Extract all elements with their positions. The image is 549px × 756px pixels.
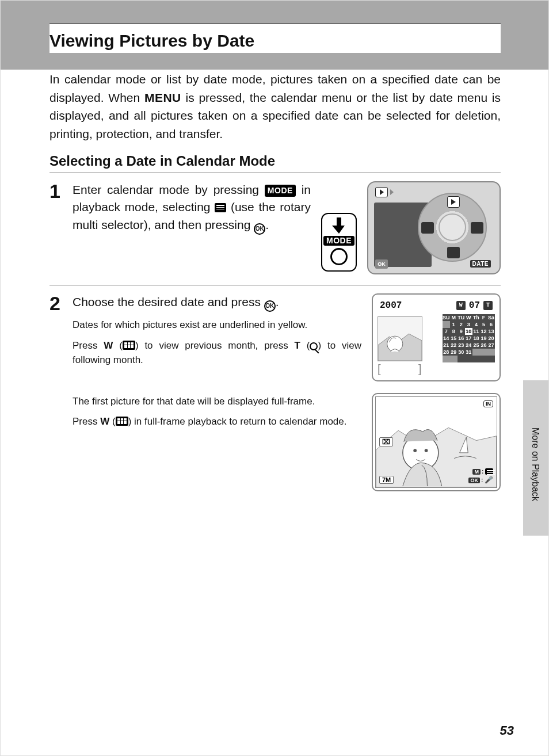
calendar-thumbnail — [378, 316, 422, 361]
calendar-badge-icon: ⌧ — [379, 437, 393, 446]
step-1-number: 1 — [49, 181, 73, 274]
date-label-icon: DATE — [470, 260, 491, 268]
page-number: 53 — [500, 723, 514, 738]
calendar-month: 07 — [469, 300, 480, 311]
step-2-heading: Choose the desired date and press OK. — [73, 293, 361, 312]
thumbnail-icon — [123, 341, 135, 350]
play-icon — [447, 196, 460, 208]
down-arrow-icon — [332, 217, 346, 234]
selector-ring-icon — [330, 248, 348, 265]
mode-label-icon: MODE — [323, 236, 354, 246]
bracket-icon: [ ] — [378, 362, 439, 376]
menu-label-icon: MENU — [144, 91, 181, 104]
macro-icon — [447, 247, 460, 258]
calendar-grid: 1234567891011121314151617181920212223242… — [443, 321, 495, 362]
step-2-note-4: Press W () in full-frame playback to ret… — [73, 414, 361, 429]
page-content: Viewing Pictures by Date In calendar mod… — [49, 24, 501, 502]
mode-button-figure: MODE — [321, 213, 357, 272]
title-block: Viewing Pictures by Date — [49, 24, 501, 53]
svg-point-4 — [413, 449, 417, 452]
ok-button-icon: OK — [254, 223, 265, 235]
ok-hint-row: OK: 🎤 — [468, 476, 493, 484]
t-zoom-icon: T — [483, 301, 493, 310]
section-heading: Selecting a Date in Calendar Mode — [49, 153, 501, 173]
step-1-text: Enter calendar mode by pressing MODE in … — [73, 181, 311, 235]
timer-icon — [421, 222, 434, 234]
calendar-screen-figure: 2007 W 07 T — [372, 293, 501, 381]
page-title: Viewing Pictures by Date — [49, 31, 501, 51]
ok-button-icon: OK — [375, 259, 388, 269]
fullframe-screen-figure: IN ⌧ 7M M: OK: 🎤 — [372, 393, 501, 491]
calendar-icon — [485, 468, 493, 475]
step-1: 1 Enter calendar mode by pressing MODE i… — [49, 173, 501, 285]
w-zoom-icon: W — [456, 301, 466, 310]
thumbnail-icon — [116, 417, 128, 426]
calendar-year: 2007 — [380, 300, 402, 311]
playback-icon — [375, 187, 388, 197]
step-2-note-2: Press W () to view previous month, press… — [73, 338, 361, 368]
step-2-number: 2 — [49, 293, 73, 491]
calendar-icon — [215, 203, 226, 212]
chevron-right-icon — [390, 189, 394, 195]
rotary-selector-icon — [418, 193, 487, 262]
mode-label-icon: MODE — [265, 185, 296, 197]
step-2-note-3: The first picture for that date will be … — [73, 394, 361, 409]
step-2: 2 Choose the desired date and press OK. … — [49, 285, 501, 502]
image-size-badge: 7M — [379, 476, 394, 484]
svg-point-5 — [425, 449, 428, 452]
flash-icon — [471, 222, 483, 234]
camera-rear-figure: OK DATE — [367, 181, 501, 274]
calendar-dow-row: SUMTUWThFSa — [443, 314, 495, 321]
step-2-note-1: Dates for which pictures exist are under… — [73, 318, 361, 333]
side-tab-label: More on Playback — [530, 427, 540, 501]
mode-hint-row: M: — [472, 468, 493, 475]
internal-memory-icon: IN — [483, 400, 493, 407]
intro-paragraph: In calendar mode or list by date mode, p… — [49, 70, 501, 143]
magnify-icon — [310, 342, 318, 350]
ok-button-icon: OK — [264, 300, 276, 312]
